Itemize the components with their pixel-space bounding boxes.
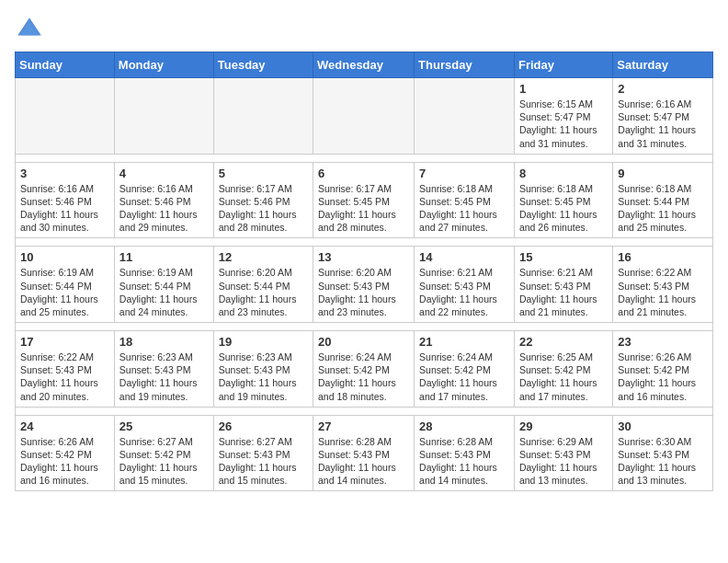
day-number: 18 <box>119 335 209 349</box>
day-number: 8 <box>519 167 608 180</box>
day-number: 16 <box>618 250 708 264</box>
day-cell: 3Sunrise: 6:16 AM Sunset: 5:46 PM Daylig… <box>16 162 115 238</box>
day-number: 19 <box>219 335 308 349</box>
day-cell: 23Sunrise: 6:26 AM Sunset: 5:42 PM Dayli… <box>613 331 713 408</box>
day-cell: 7Sunrise: 6:18 AM Sunset: 5:45 PM Daylig… <box>415 162 515 238</box>
day-info: Sunrise: 6:29 AM Sunset: 5:43 PM Dayligh… <box>519 435 608 488</box>
row-spacer <box>16 407 713 415</box>
logo-icon <box>15 15 44 44</box>
header-cell-sunday: Sunday <box>16 52 115 78</box>
day-cell: 30Sunrise: 6:30 AM Sunset: 5:43 PM Dayli… <box>613 415 713 491</box>
day-cell: 21Sunrise: 6:24 AM Sunset: 5:42 PM Dayli… <box>415 331 515 408</box>
header-cell-wednesday: Wednesday <box>313 52 415 78</box>
day-info: Sunrise: 6:20 AM Sunset: 5:43 PM Dayligh… <box>318 266 409 318</box>
day-info: Sunrise: 6:26 AM Sunset: 5:42 PM Dayligh… <box>20 435 109 488</box>
day-info: Sunrise: 6:22 AM Sunset: 5:43 PM Dayligh… <box>20 350 109 403</box>
header-cell-monday: Monday <box>114 52 213 78</box>
day-cell: 29Sunrise: 6:29 AM Sunset: 5:43 PM Dayli… <box>514 415 612 491</box>
day-cell: 9Sunrise: 6:18 AM Sunset: 5:44 PM Daylig… <box>613 162 713 238</box>
day-cell: 28Sunrise: 6:28 AM Sunset: 5:43 PM Dayli… <box>415 415 515 491</box>
day-info: Sunrise: 6:28 AM Sunset: 5:43 PM Dayligh… <box>318 435 409 488</box>
day-cell <box>114 78 213 155</box>
day-cell: 2Sunrise: 6:16 AM Sunset: 5:47 PM Daylig… <box>613 78 713 155</box>
day-cell: 18Sunrise: 6:23 AM Sunset: 5:43 PM Dayli… <box>114 331 213 408</box>
day-cell: 8Sunrise: 6:18 AM Sunset: 5:45 PM Daylig… <box>514 162 612 238</box>
day-info: Sunrise: 6:16 AM Sunset: 5:47 PM Dayligh… <box>618 98 708 150</box>
day-cell: 16Sunrise: 6:22 AM Sunset: 5:43 PM Dayli… <box>613 247 713 323</box>
week-row-2: 3Sunrise: 6:16 AM Sunset: 5:46 PM Daylig… <box>16 162 713 238</box>
day-info: Sunrise: 6:27 AM Sunset: 5:42 PM Dayligh… <box>119 435 209 488</box>
row-spacer <box>16 238 713 247</box>
logo <box>15 15 48 44</box>
week-row-4: 17Sunrise: 6:22 AM Sunset: 5:43 PM Dayli… <box>16 331 713 408</box>
header-row: SundayMondayTuesdayWednesdayThursdayFrid… <box>16 52 713 78</box>
day-info: Sunrise: 6:19 AM Sunset: 5:44 PM Dayligh… <box>119 266 209 318</box>
day-number: 10 <box>20 250 109 264</box>
day-number: 15 <box>519 250 608 264</box>
day-info: Sunrise: 6:15 AM Sunset: 5:47 PM Dayligh… <box>519 98 608 150</box>
day-cell: 11Sunrise: 6:19 AM Sunset: 5:44 PM Dayli… <box>114 247 213 323</box>
calendar: SundayMondayTuesdayWednesdayThursdayFrid… <box>15 52 713 491</box>
day-info: Sunrise: 6:23 AM Sunset: 5:43 PM Dayligh… <box>219 350 308 403</box>
day-info: Sunrise: 6:17 AM Sunset: 5:45 PM Dayligh… <box>318 182 409 235</box>
day-info: Sunrise: 6:27 AM Sunset: 5:43 PM Dayligh… <box>219 435 308 488</box>
calendar-body: 1Sunrise: 6:15 AM Sunset: 5:47 PM Daylig… <box>16 78 713 491</box>
day-info: Sunrise: 6:30 AM Sunset: 5:43 PM Dayligh… <box>618 435 708 488</box>
day-number: 9 <box>618 167 708 180</box>
day-number: 30 <box>618 419 708 433</box>
day-number: 22 <box>519 335 608 349</box>
day-info: Sunrise: 6:24 AM Sunset: 5:42 PM Dayligh… <box>318 350 409 403</box>
day-number: 26 <box>219 419 308 433</box>
day-info: Sunrise: 6:24 AM Sunset: 5:42 PM Dayligh… <box>419 350 509 403</box>
day-cell: 17Sunrise: 6:22 AM Sunset: 5:43 PM Dayli… <box>16 331 115 408</box>
day-info: Sunrise: 6:18 AM Sunset: 5:45 PM Dayligh… <box>519 182 608 235</box>
day-number: 11 <box>119 250 209 264</box>
day-cell: 6Sunrise: 6:17 AM Sunset: 5:45 PM Daylig… <box>313 162 415 238</box>
day-cell: 19Sunrise: 6:23 AM Sunset: 5:43 PM Dayli… <box>213 331 313 408</box>
day-cell <box>415 78 515 155</box>
day-number: 6 <box>318 167 409 180</box>
day-cell: 1Sunrise: 6:15 AM Sunset: 5:47 PM Daylig… <box>514 78 612 155</box>
day-number: 21 <box>419 335 509 349</box>
day-number: 13 <box>318 250 409 264</box>
day-cell: 13Sunrise: 6:20 AM Sunset: 5:43 PM Dayli… <box>313 247 415 323</box>
day-cell <box>16 78 115 155</box>
day-number: 4 <box>119 167 209 180</box>
day-number: 5 <box>219 167 308 180</box>
day-number: 23 <box>618 335 708 349</box>
day-info: Sunrise: 6:28 AM Sunset: 5:43 PM Dayligh… <box>419 435 509 488</box>
day-info: Sunrise: 6:17 AM Sunset: 5:46 PM Dayligh… <box>219 182 308 235</box>
day-cell <box>213 78 313 155</box>
day-cell: 4Sunrise: 6:16 AM Sunset: 5:46 PM Daylig… <box>114 162 213 238</box>
calendar-header: SundayMondayTuesdayWednesdayThursdayFrid… <box>16 52 713 78</box>
day-cell: 15Sunrise: 6:21 AM Sunset: 5:43 PM Dayli… <box>514 247 612 323</box>
day-cell: 22Sunrise: 6:25 AM Sunset: 5:42 PM Dayli… <box>514 331 612 408</box>
day-info: Sunrise: 6:20 AM Sunset: 5:44 PM Dayligh… <box>219 266 308 318</box>
day-info: Sunrise: 6:21 AM Sunset: 5:43 PM Dayligh… <box>519 266 608 318</box>
week-row-5: 24Sunrise: 6:26 AM Sunset: 5:42 PM Dayli… <box>16 415 713 491</box>
day-number: 14 <box>419 250 509 264</box>
row-spacer <box>16 323 713 331</box>
day-cell: 24Sunrise: 6:26 AM Sunset: 5:42 PM Dayli… <box>16 415 115 491</box>
day-cell: 10Sunrise: 6:19 AM Sunset: 5:44 PM Dayli… <box>16 247 115 323</box>
day-cell: 26Sunrise: 6:27 AM Sunset: 5:43 PM Dayli… <box>213 415 313 491</box>
day-info: Sunrise: 6:19 AM Sunset: 5:44 PM Dayligh… <box>20 266 109 318</box>
page-header <box>15 15 713 44</box>
week-row-1: 1Sunrise: 6:15 AM Sunset: 5:47 PM Daylig… <box>16 78 713 155</box>
header-cell-thursday: Thursday <box>415 52 515 78</box>
day-info: Sunrise: 6:16 AM Sunset: 5:46 PM Dayligh… <box>20 182 109 235</box>
day-number: 27 <box>318 419 409 433</box>
day-info: Sunrise: 6:21 AM Sunset: 5:43 PM Dayligh… <box>419 266 509 318</box>
day-number: 25 <box>119 419 209 433</box>
day-number: 7 <box>419 167 509 180</box>
day-info: Sunrise: 6:16 AM Sunset: 5:46 PM Dayligh… <box>119 182 209 235</box>
header-cell-friday: Friday <box>514 52 612 78</box>
week-row-3: 10Sunrise: 6:19 AM Sunset: 5:44 PM Dayli… <box>16 247 713 323</box>
day-number: 29 <box>519 419 608 433</box>
day-number: 3 <box>20 167 109 180</box>
day-number: 12 <box>219 250 308 264</box>
day-info: Sunrise: 6:26 AM Sunset: 5:42 PM Dayligh… <box>618 350 708 403</box>
day-cell <box>313 78 415 155</box>
day-cell: 25Sunrise: 6:27 AM Sunset: 5:42 PM Dayli… <box>114 415 213 491</box>
day-number: 24 <box>20 419 109 433</box>
